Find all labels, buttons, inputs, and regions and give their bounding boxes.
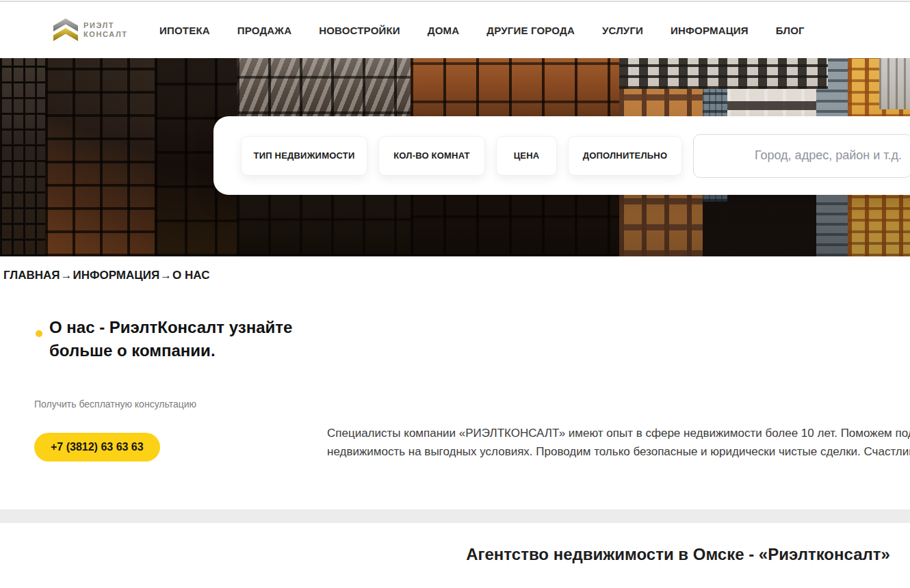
filter-price-button[interactable]: ЦЕНА [496, 136, 557, 176]
breadcrumb: ГЛАВНАЯ → ИНФОРМАЦИЯ → О НАС [3, 269, 209, 282]
nav-item-informaciya[interactable]: ИНФОРМАЦИЯ [671, 25, 749, 36]
breadcrumb-separator: → [160, 269, 172, 282]
nav-item-ipoteka[interactable]: ИПОТЕКА [159, 25, 210, 36]
logo[interactable]: РИЭЛТ КОНСАЛТ [53, 17, 128, 43]
site-header: РИЭЛТ КОНСАЛТ ИПОТЕКА ПРОДАЖА НОВОСТРОЙК… [0, 2, 910, 58]
breadcrumb-information[interactable]: ИНФОРМАЦИЯ [73, 269, 159, 282]
page-title: О нас - РиэлтКонсалт узнайте больше о ко… [49, 316, 309, 362]
nav-item-doma[interactable]: ДОМА [428, 25, 459, 36]
logo-text: РИЭЛТ КОНСАЛТ [83, 21, 128, 39]
hero-building [619, 58, 828, 89]
nav-item-prodazha[interactable]: ПРОДАЖА [237, 25, 291, 36]
about-description-line: Специалисты компании «РИЭЛТКОНСАЛТ» имею… [327, 424, 910, 442]
hero-building [879, 58, 910, 109]
consultation-label: Получить бесплатную консультацию [34, 399, 196, 410]
agency-section: Агентство недвижимости в Омске - «Риэлтк… [0, 545, 910, 564]
location-search-input[interactable] [693, 134, 910, 178]
section-divider [0, 509, 910, 523]
hero-building [0, 58, 45, 256]
filter-additional-button[interactable]: ДОПОЛНИТЕЛЬНО [568, 136, 682, 176]
breadcrumb-home[interactable]: ГЛАВНАЯ [3, 269, 60, 282]
filter-rooms-button[interactable]: КОЛ-ВО КОМНАТ [378, 136, 485, 176]
filter-property-type-button[interactable]: ТИП НЕДВИЖИМОСТИ [241, 136, 367, 176]
property-search-panel: ТИП НЕДВИЖИМОСТИ КОЛ-ВО КОМНАТ ЦЕНА ДОПО… [213, 116, 910, 195]
nav-item-blog[interactable]: БЛОГ [776, 25, 805, 36]
nav-item-uslugi[interactable]: УСЛУГИ [602, 25, 643, 36]
about-description-line: недвижимость на выгодных условиях. Прово… [327, 442, 910, 461]
nav-item-drugie-goroda[interactable]: ДРУГИЕ ГОРОДА [486, 25, 575, 36]
bullet-dot-icon [36, 330, 42, 337]
logo-chevrons-icon [53, 17, 78, 43]
phone-call-button[interactable]: +7 (3812) 63 63 63 [34, 433, 160, 462]
hero-building [45, 58, 155, 256]
about-description: Специалисты компании «РИЭЛТКОНСАЛТ» имею… [327, 424, 910, 461]
main-nav: ИПОТЕКА ПРОДАЖА НОВОСТРОЙКИ ДОМА ДРУГИЕ … [159, 2, 805, 58]
nav-item-novostroyki[interactable]: НОВОСТРОЙКИ [319, 25, 400, 36]
breadcrumb-separator: → [60, 269, 72, 282]
breadcrumb-about[interactable]: О НАС [172, 269, 209, 282]
agency-section-title: Агентство недвижимости в Омске - «Риэлтк… [0, 545, 910, 564]
